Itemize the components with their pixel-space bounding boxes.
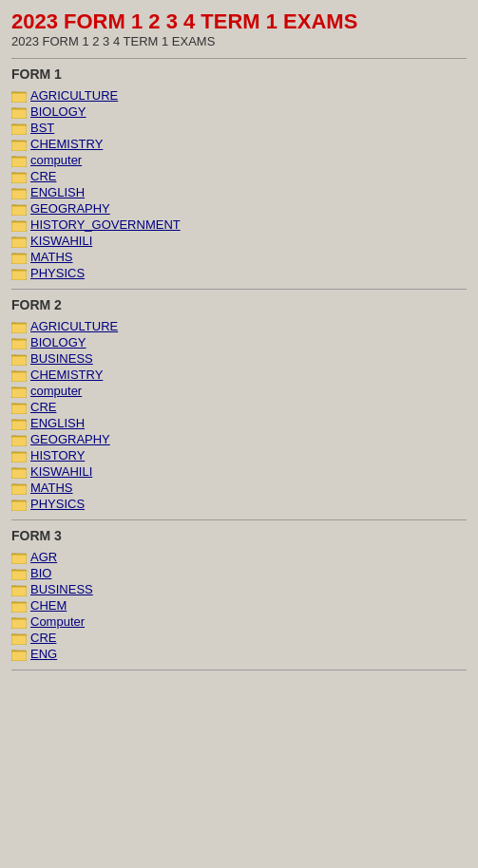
folder-icon bbox=[11, 385, 27, 398]
item-link-form1-1[interactable]: BIOLOGY bbox=[30, 104, 86, 119]
folder-icon bbox=[11, 89, 27, 103]
item-link-form3-0[interactable]: AGR bbox=[30, 550, 57, 564]
svg-rect-23 bbox=[11, 271, 27, 280]
item-list-form2: AGRICULTURE BIOLOGY BUSINESS CHEMISTRY c… bbox=[11, 318, 467, 512]
folder-icon bbox=[11, 251, 27, 264]
item-link-form1-5[interactable]: CRE bbox=[30, 169, 56, 183]
svg-rect-51 bbox=[11, 571, 27, 580]
list-item: HISTORY bbox=[11, 447, 467, 463]
item-link-form3-3[interactable]: CHEM bbox=[30, 598, 67, 613]
item-link-form2-7[interactable]: GEOGRAPHY bbox=[30, 432, 110, 446]
folder-icon bbox=[11, 105, 27, 119]
item-link-form1-2[interactable]: BST bbox=[30, 121, 54, 135]
section-form1: FORM 1 AGRICULTURE BIOLOGY BST CHEMISTRY… bbox=[11, 66, 467, 290]
divider-form2 bbox=[11, 519, 467, 520]
item-link-form1-0[interactable]: AGRICULTURE bbox=[30, 88, 118, 103]
divider-form3 bbox=[11, 670, 467, 670]
list-item: CRE bbox=[11, 399, 467, 415]
svg-rect-43 bbox=[11, 469, 27, 479]
page-wrapper: 2023 FORM 1 2 3 4 TERM 1 EXAMS 2023 FORM… bbox=[0, 0, 478, 688]
item-link-form2-11[interactable]: PHYSICS bbox=[30, 497, 85, 511]
item-link-form3-5[interactable]: CRE bbox=[30, 631, 56, 645]
svg-rect-9 bbox=[11, 158, 27, 167]
folder-icon bbox=[11, 267, 27, 280]
svg-rect-13 bbox=[11, 190, 27, 199]
svg-rect-45 bbox=[11, 485, 27, 495]
item-link-form1-11[interactable]: PHYSICS bbox=[30, 266, 85, 280]
subtitle: 2023 FORM 1 2 3 4 TERM 1 EXAMS bbox=[11, 34, 467, 48]
list-item: BIOLOGY bbox=[11, 334, 467, 350]
folder-icon bbox=[11, 186, 27, 199]
list-item: MATHS bbox=[11, 480, 467, 496]
folder-icon bbox=[11, 465, 27, 479]
item-link-form3-1[interactable]: BIO bbox=[30, 566, 51, 580]
svg-rect-61 bbox=[11, 651, 27, 661]
list-item: ENG bbox=[11, 646, 467, 662]
item-link-form1-9[interactable]: KISWAHILI bbox=[30, 234, 92, 248]
item-link-form2-6[interactable]: ENGLISH bbox=[30, 416, 85, 430]
item-link-form1-10[interactable]: MATHS bbox=[30, 250, 73, 264]
folder-icon bbox=[11, 551, 27, 564]
item-link-form2-3[interactable]: CHEMISTRY bbox=[30, 368, 103, 382]
item-link-form1-7[interactable]: GEOGRAPHY bbox=[30, 201, 110, 216]
folder-icon bbox=[11, 498, 27, 511]
folder-icon bbox=[11, 599, 27, 613]
folder-icon bbox=[11, 615, 27, 629]
list-item: CRE bbox=[11, 168, 467, 184]
list-item: CHEM bbox=[11, 597, 467, 613]
list-item: computer bbox=[11, 383, 467, 399]
item-link-form3-6[interactable]: ENG bbox=[30, 647, 57, 661]
item-link-form1-3[interactable]: CHEMISTRY bbox=[30, 137, 103, 151]
item-link-form2-4[interactable]: computer bbox=[30, 384, 82, 398]
list-item: CRE bbox=[11, 630, 467, 646]
divider-top bbox=[11, 58, 467, 59]
svg-rect-15 bbox=[11, 206, 27, 216]
section-title-form1: FORM 1 bbox=[11, 66, 467, 82]
svg-rect-57 bbox=[11, 619, 27, 629]
svg-rect-27 bbox=[11, 340, 27, 349]
folder-icon bbox=[11, 122, 27, 135]
section-title-form3: FORM 3 bbox=[11, 528, 467, 543]
list-item: CHEMISTRY bbox=[11, 367, 467, 383]
item-link-form2-8[interactable]: HISTORY bbox=[30, 448, 85, 462]
item-link-form1-4[interactable]: computer bbox=[30, 153, 82, 167]
item-link-form2-5[interactable]: CRE bbox=[30, 400, 56, 414]
folder-icon bbox=[11, 417, 27, 430]
item-link-form2-10[interactable]: MATHS bbox=[30, 481, 73, 495]
item-link-form2-9[interactable]: KISWAHILI bbox=[30, 464, 92, 479]
svg-rect-29 bbox=[11, 356, 27, 366]
list-item: GEOGRAPHY bbox=[11, 431, 467, 447]
list-item: AGRICULTURE bbox=[11, 318, 467, 334]
item-list-form1: AGRICULTURE BIOLOGY BST CHEMISTRY comput… bbox=[11, 87, 467, 281]
list-item: GEOGRAPHY bbox=[11, 200, 467, 217]
svg-rect-21 bbox=[11, 255, 27, 264]
svg-rect-39 bbox=[11, 437, 27, 446]
item-link-form3-2[interactable]: BUSINESS bbox=[30, 582, 93, 596]
folder-icon bbox=[11, 218, 27, 232]
list-item: PHYSICS bbox=[11, 496, 467, 512]
item-link-form2-1[interactable]: BIOLOGY bbox=[30, 335, 86, 349]
svg-rect-19 bbox=[11, 238, 27, 248]
list-item: CHEMISTRY bbox=[11, 136, 467, 152]
folder-icon bbox=[11, 368, 27, 382]
list-item: AGR bbox=[11, 549, 467, 565]
main-title[interactable]: 2023 FORM 1 2 3 4 TERM 1 EXAMS bbox=[11, 9, 357, 33]
folder-icon bbox=[11, 583, 27, 596]
list-item: KISWAHILI bbox=[11, 233, 467, 249]
svg-rect-47 bbox=[11, 501, 27, 511]
svg-rect-17 bbox=[11, 222, 27, 232]
svg-rect-35 bbox=[11, 405, 27, 414]
item-link-form2-2[interactable]: BUSINESS bbox=[30, 351, 93, 366]
item-link-form1-8[interactable]: HISTORY_GOVERNMENT bbox=[30, 217, 181, 232]
item-link-form2-0[interactable]: AGRICULTURE bbox=[30, 319, 118, 333]
folder-icon bbox=[11, 138, 27, 151]
item-link-form3-4[interactable]: Computer bbox=[30, 614, 85, 629]
folder-icon bbox=[11, 352, 27, 366]
list-item: PHYSICS bbox=[11, 265, 467, 281]
folder-icon bbox=[11, 401, 27, 414]
svg-rect-53 bbox=[11, 587, 27, 596]
divider-form1 bbox=[11, 289, 467, 290]
item-link-form1-6[interactable]: ENGLISH bbox=[30, 185, 85, 199]
folder-icon bbox=[11, 433, 27, 446]
list-item: BUSINESS bbox=[11, 350, 467, 367]
